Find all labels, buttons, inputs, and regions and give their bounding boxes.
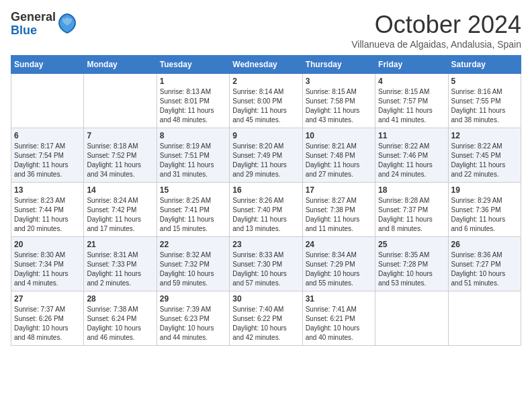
day-info: Sunrise: 8:19 AMSunset: 7:51 PMDaylight:… <box>160 142 226 179</box>
day-number: 21 <box>87 240 153 249</box>
calendar-cell: 15Sunrise: 8:25 AMSunset: 7:41 PMDayligh… <box>157 183 229 237</box>
day-number: 13 <box>14 185 81 195</box>
calendar-cell: 31Sunrise: 7:41 AMSunset: 6:21 PMDayligh… <box>302 291 375 346</box>
day-info: Sunrise: 8:22 AMSunset: 7:45 PMDaylight:… <box>451 142 518 179</box>
day-number: 27 <box>14 294 81 304</box>
day-info: Sunrise: 8:35 AMSunset: 7:28 PMDaylight:… <box>378 250 445 288</box>
day-info: Sunrise: 8:34 AMSunset: 7:29 PMDaylight:… <box>306 250 372 288</box>
day-info: Sunrise: 8:29 AMSunset: 7:36 PMDaylight:… <box>451 196 518 234</box>
calendar-cell: 2Sunrise: 8:14 AMSunset: 8:00 PMDaylight… <box>230 74 302 128</box>
day-info: Sunrise: 7:41 AMSunset: 6:21 PMDaylight:… <box>306 305 372 342</box>
day-number: 16 <box>232 185 299 195</box>
day-info: Sunrise: 8:15 AMSunset: 7:58 PMDaylight:… <box>306 87 372 125</box>
day-header-friday: Friday <box>375 56 448 74</box>
day-number: 7 <box>87 131 153 140</box>
calendar-cell: 8Sunrise: 8:19 AMSunset: 7:51 PMDaylight… <box>157 128 229 183</box>
day-number: 23 <box>232 240 299 249</box>
calendar-cell: 16Sunrise: 8:26 AMSunset: 7:40 PMDayligh… <box>230 183 302 237</box>
day-number: 30 <box>232 294 299 304</box>
calendar-cell: 10Sunrise: 8:21 AMSunset: 7:48 PMDayligh… <box>302 128 375 183</box>
calendar-cell: 20Sunrise: 8:30 AMSunset: 7:34 PMDayligh… <box>11 237 84 291</box>
day-info: Sunrise: 8:36 AMSunset: 7:27 PMDaylight:… <box>451 250 518 288</box>
day-number: 15 <box>160 185 226 195</box>
calendar-cell: 22Sunrise: 8:32 AMSunset: 7:32 PMDayligh… <box>157 237 229 291</box>
calendar-cell: 7Sunrise: 8:18 AMSunset: 7:52 PMDaylight… <box>84 128 157 183</box>
day-number: 3 <box>306 77 372 86</box>
calendar-cell: 11Sunrise: 8:22 AMSunset: 7:46 PMDayligh… <box>375 128 448 183</box>
day-number: 5 <box>451 77 518 86</box>
day-info: Sunrise: 8:26 AMSunset: 7:40 PMDaylight:… <box>232 196 299 234</box>
calendar-cell <box>448 291 521 346</box>
calendar-cell: 1Sunrise: 8:13 AMSunset: 8:01 PMDaylight… <box>157 74 229 128</box>
day-number: 12 <box>451 131 518 140</box>
day-info: Sunrise: 8:31 AMSunset: 7:33 PMDaylight:… <box>87 250 153 288</box>
calendar-cell: 28Sunrise: 7:38 AMSunset: 6:24 PMDayligh… <box>84 291 157 346</box>
logo: General Blue <box>11 11 77 38</box>
calendar-cell: 6Sunrise: 8:17 AMSunset: 7:54 PMDaylight… <box>11 128 84 183</box>
day-header-wednesday: Wednesday <box>230 56 302 74</box>
day-info: Sunrise: 8:20 AMSunset: 7:49 PMDaylight:… <box>232 142 299 179</box>
calendar-week-row: 27Sunrise: 7:37 AMSunset: 6:26 PMDayligh… <box>11 291 521 346</box>
calendar-cell: 21Sunrise: 8:31 AMSunset: 7:33 PMDayligh… <box>84 237 157 291</box>
day-number: 4 <box>378 77 445 86</box>
logo-general-text: General <box>11 11 56 24</box>
calendar-cell: 18Sunrise: 8:28 AMSunset: 7:37 PMDayligh… <box>375 183 448 237</box>
day-number: 18 <box>378 185 445 195</box>
day-number: 10 <box>306 131 372 140</box>
day-info: Sunrise: 8:33 AMSunset: 7:30 PMDaylight:… <box>232 250 299 288</box>
calendar-header-row: SundayMondayTuesdayWednesdayThursdayFrid… <box>11 56 521 74</box>
calendar-week-row: 20Sunrise: 8:30 AMSunset: 7:34 PMDayligh… <box>11 237 521 291</box>
day-number: 14 <box>87 185 153 195</box>
day-header-saturday: Saturday <box>448 56 521 74</box>
day-number: 31 <box>306 294 372 304</box>
day-info: Sunrise: 8:21 AMSunset: 7:48 PMDaylight:… <box>306 142 372 179</box>
day-info: Sunrise: 8:28 AMSunset: 7:37 PMDaylight:… <box>378 196 445 234</box>
calendar-cell: 26Sunrise: 8:36 AMSunset: 7:27 PMDayligh… <box>448 237 521 291</box>
day-number: 22 <box>160 240 226 249</box>
calendar-cell: 27Sunrise: 7:37 AMSunset: 6:26 PMDayligh… <box>11 291 84 346</box>
day-info: Sunrise: 8:22 AMSunset: 7:46 PMDaylight:… <box>378 142 445 179</box>
calendar-table: SundayMondayTuesdayWednesdayThursdayFrid… <box>11 55 521 346</box>
day-info: Sunrise: 8:24 AMSunset: 7:42 PMDaylight:… <box>87 196 153 234</box>
day-info: Sunrise: 8:18 AMSunset: 7:52 PMDaylight:… <box>87 142 153 179</box>
day-number: 25 <box>378 240 445 249</box>
calendar-cell: 30Sunrise: 7:40 AMSunset: 6:22 PMDayligh… <box>230 291 302 346</box>
calendar-cell: 23Sunrise: 8:33 AMSunset: 7:30 PMDayligh… <box>230 237 302 291</box>
calendar-cell: 13Sunrise: 8:23 AMSunset: 7:44 PMDayligh… <box>11 183 84 237</box>
day-number: 8 <box>160 131 226 140</box>
day-number: 29 <box>160 294 226 304</box>
calendar-cell: 29Sunrise: 7:39 AMSunset: 6:23 PMDayligh… <box>157 291 229 346</box>
location-text: Villanueva de Algaidas, Andalusia, Spain <box>351 39 521 50</box>
logo-blue-text: Blue <box>11 24 56 38</box>
day-number: 28 <box>87 294 153 304</box>
day-number: 11 <box>378 131 445 140</box>
day-info: Sunrise: 8:17 AMSunset: 7:54 PMDaylight:… <box>14 142 81 179</box>
day-number: 24 <box>306 240 372 249</box>
calendar-cell: 3Sunrise: 8:15 AMSunset: 7:58 PMDaylight… <box>302 74 375 128</box>
day-header-monday: Monday <box>84 56 157 74</box>
calendar-cell <box>11 74 84 128</box>
day-header-thursday: Thursday <box>302 56 375 74</box>
day-number: 6 <box>14 131 81 140</box>
day-header-sunday: Sunday <box>11 56 84 74</box>
day-info: Sunrise: 8:23 AMSunset: 7:44 PMDaylight:… <box>14 196 81 234</box>
calendar-week-row: 13Sunrise: 8:23 AMSunset: 7:44 PMDayligh… <box>11 183 521 237</box>
calendar-cell: 9Sunrise: 8:20 AMSunset: 7:49 PMDaylight… <box>230 128 302 183</box>
day-info: Sunrise: 8:25 AMSunset: 7:41 PMDaylight:… <box>160 196 226 234</box>
calendar-cell: 4Sunrise: 8:15 AMSunset: 7:57 PMDaylight… <box>375 74 448 128</box>
day-info: Sunrise: 8:30 AMSunset: 7:34 PMDaylight:… <box>14 250 81 288</box>
calendar-cell: 17Sunrise: 8:27 AMSunset: 7:38 PMDayligh… <box>302 183 375 237</box>
calendar-cell: 14Sunrise: 8:24 AMSunset: 7:42 PMDayligh… <box>84 183 157 237</box>
day-number: 26 <box>451 240 518 249</box>
day-info: Sunrise: 7:39 AMSunset: 6:23 PMDaylight:… <box>160 305 226 342</box>
day-info: Sunrise: 8:32 AMSunset: 7:32 PMDaylight:… <box>160 250 226 288</box>
day-info: Sunrise: 8:13 AMSunset: 8:01 PMDaylight:… <box>160 87 226 125</box>
page-header: General Blue October 2024 Villanueva de … <box>11 11 521 50</box>
logo-bird-icon <box>57 12 77 36</box>
title-block: October 2024 Villanueva de Algaidas, And… <box>351 11 521 50</box>
day-number: 9 <box>232 131 299 140</box>
calendar-week-row: 6Sunrise: 8:17 AMSunset: 7:54 PMDaylight… <box>11 128 521 183</box>
calendar-cell <box>375 291 448 346</box>
calendar-cell: 5Sunrise: 8:16 AMSunset: 7:55 PMDaylight… <box>448 74 521 128</box>
month-title: October 2024 <box>351 11 521 39</box>
